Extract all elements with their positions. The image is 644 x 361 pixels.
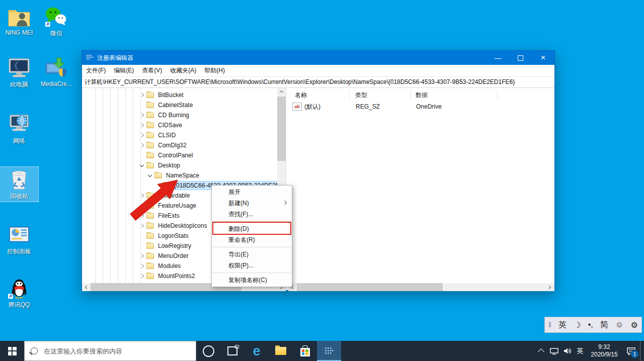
string-value-icon: ab [292,103,302,111]
edge-button[interactable]: e [245,341,269,361]
tree-spacer [138,102,145,109]
menu-favorites[interactable]: 收藏夹(A) [166,66,200,75]
menu-item-copy-key-name[interactable]: 复制项名称(C) [212,275,292,286]
column-header-type[interactable]: 类型 [355,90,367,100]
folder-icon [146,163,154,168]
regedit-taskbar-button[interactable] [317,341,341,361]
menu-item-expand[interactable]: 展开 [212,187,292,198]
menu-view[interactable]: 查看(V) [138,66,166,75]
scroll-right-arrow[interactable] [546,283,554,291]
recycle-bin-icon [8,168,31,191]
tree-item[interactable]: BitBucket [82,90,277,100]
chevron-right-icon[interactable] [138,222,145,229]
chevron-down-icon[interactable] [146,172,153,179]
desktop-icon-user-folder[interactable]: NING MEI [0,4,38,37]
folder-icon [154,173,162,178]
chevron-right-icon[interactable] [138,112,145,119]
task-view-button[interactable] [220,341,245,361]
list-horizontal-scrollbar[interactable] [288,283,554,291]
registry-values-pane[interactable]: 名称 类型 数据 ab (默认) REG_SZ OneDrive [288,88,554,283]
menu-item-rename[interactable]: 重命名(R) [212,234,292,245]
context-menu: 展开 新建(N) 查找(F)... 删除(D) 重命名(R) 导出(E) 权限(… [211,185,292,287]
tree-item-label: CD Burning [156,111,191,119]
cortana-button[interactable] [196,341,220,361]
title-bar[interactable]: 注册表编辑器 — × [82,51,554,65]
cortana-icon [203,345,214,357]
tray-overflow-button[interactable] [534,341,547,361]
chevron-right-icon[interactable] [138,142,145,149]
desktop-icon-media-creation-tool[interactable]: MediaCre... [37,55,75,88]
desktop-icon-wechat[interactable]: 微信 [37,4,75,39]
chevron-right-icon[interactable] [138,92,145,99]
column-header-name[interactable]: 名称 [295,90,307,100]
ime-emoji-icon[interactable]: ☺ [615,320,623,329]
action-center-button[interactable]: 1 [622,341,640,361]
tree-item[interactable]: NameSpace [82,170,277,180]
menu-item-find[interactable]: 查找(F)... [212,209,292,220]
desktop-icon-control-panel[interactable]: 控制面板 [0,222,38,257]
tree-item[interactable]: Desktop [82,160,277,170]
search-input[interactable] [43,347,196,355]
show-desktop-button[interactable] [640,341,643,361]
menu-file[interactable]: 文件(F) [82,66,110,75]
chevron-right-icon[interactable] [138,262,145,269]
menu-item-permissions[interactable]: 权限(P)... [212,260,292,271]
chevron-right-icon[interactable] [138,212,145,219]
tree-item[interactable]: CabinetState [82,100,277,110]
chevron-up-icon [538,348,544,355]
scrollbar-thumb[interactable] [297,283,443,291]
close-button[interactable]: × [532,51,554,65]
tree-item[interactable]: CD Burning [82,110,277,120]
desktop-icon-tencent-qq[interactable]: 腾讯QQ [0,276,38,310]
chevron-right-icon[interactable] [138,252,145,259]
menu-item-delete[interactable]: 删除(D) [212,223,292,234]
scroll-left-arrow[interactable] [82,283,91,291]
menu-edit[interactable]: 编辑(E) [110,66,138,75]
volume-tray-button[interactable] [560,341,574,361]
tree-item-label: Discardable [156,192,191,200]
scrollbar-thumb[interactable] [277,97,286,161]
file-explorer-button[interactable] [269,341,293,361]
chevron-right-icon[interactable] [138,132,145,139]
maximize-button[interactable] [509,51,532,65]
address-bar[interactable]: 计算机\HKEY_CURRENT_USER\SOFTWARE\Microsoft… [82,76,554,88]
tree-item[interactable]: ComDlg32 [82,140,277,150]
taskbar-search-box[interactable] [24,341,196,361]
ime-punctuation-button[interactable]: •, [588,320,593,329]
folder-icon [146,223,154,229]
desktop-icon-this-pc[interactable]: 此电脑 [0,55,38,90]
tree-item[interactable]: CLSID [82,130,277,140]
store-button[interactable] [293,341,317,361]
value-row[interactable]: ab (默认) REG_SZ OneDrive [292,102,442,111]
menu-item-new[interactable]: 新建(N) [212,198,292,209]
ime-language-button[interactable]: 英 [558,320,567,330]
scroll-up-arrow[interactable] [277,88,286,97]
menu-item-export[interactable]: 导出(E) [212,249,292,260]
network-icon [8,113,31,136]
ime-mode-indicator[interactable]: 英 [574,341,587,361]
column-separator[interactable] [349,90,350,99]
search-icon [31,347,38,354]
desktop-icon-recycle-bin[interactable]: 回收站 [0,167,38,202]
column-separator[interactable] [497,90,498,99]
ime-fullwidth-moon-icon[interactable]: ☽ [574,320,581,330]
column-separator[interactable] [411,90,411,99]
tree-item[interactable]: CIDSave [82,120,277,130]
chevron-right-icon[interactable] [138,122,145,129]
chevron-right-icon[interactable] [138,273,145,280]
chevron-down-icon[interactable] [138,162,145,169]
tree-item-label: Modules [156,262,182,270]
tree-item[interactable]: ControlPanel [82,150,277,160]
network-tray-button[interactable] [547,341,560,361]
ime-drag-handle[interactable]: ‖ [548,321,551,329]
desktop-icon-network[interactable]: 网络 [0,112,38,146]
chevron-right-icon[interactable] [138,192,145,199]
menu-help[interactable]: 帮助(H) [200,66,229,75]
column-header-data[interactable]: 数据 [416,90,428,100]
ime-simplified-button[interactable]: 简 [600,320,608,330]
ime-settings-gear-icon[interactable]: ⚙ [631,320,638,330]
minimize-button[interactable]: — [487,51,509,65]
folder-icon [146,143,154,148]
start-button[interactable] [0,341,24,361]
taskbar-clock[interactable]: 9:32 2020/9/15 [587,341,622,361]
